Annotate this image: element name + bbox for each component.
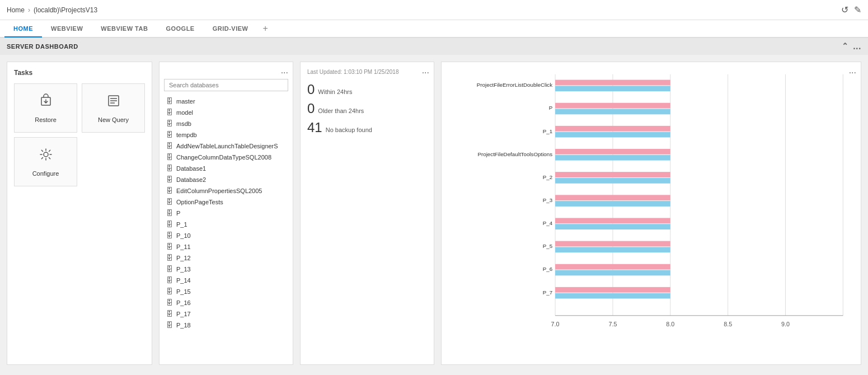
database-icon: 🗄: [166, 142, 173, 150]
db-list-item[interactable]: 🗄 P_11: [159, 241, 293, 252]
svg-rect-39: [555, 241, 670, 247]
svg-rect-22: [555, 109, 670, 115]
db-list-item[interactable]: 🗄 EditColumnPropertiesSQL2005: [159, 185, 293, 196]
tab-grid-view[interactable]: GRID-VIEW: [204, 21, 257, 38]
db-item-name: P_17: [176, 311, 191, 317]
configure-button[interactable]: Configure: [14, 137, 77, 186]
svg-rect-42: [555, 264, 670, 270]
db-list: 🗄 master🗄 model🗄 msdb🗄 tempdb🗄 AddNewTab…: [159, 96, 293, 364]
db-list-item[interactable]: 🗄 AddNewTableLaunchTableDesignerS: [159, 140, 293, 152]
chart-svg: 7.0 7.5 8.0 8.5 9.0 ProjectFileErrorList…: [448, 69, 854, 337]
svg-rect-37: [555, 224, 670, 229]
svg-text:P_6: P_6: [543, 266, 553, 272]
db-item-name: P_15: [176, 288, 191, 295]
new-query-label: New Query: [98, 116, 129, 123]
db-list-item[interactable]: 🗄 P_10: [159, 230, 293, 241]
edit-icon[interactable]: ✎: [854, 4, 861, 15]
database-icon: 🗄: [166, 120, 173, 128]
db-list-item[interactable]: 🗄 P: [159, 208, 293, 219]
database-icon: 🗄: [166, 221, 173, 228]
db-panel-menu: ...: [159, 62, 293, 79]
section-title: SERVER DASHBOARD: [7, 43, 78, 50]
db-list-item[interactable]: 🗄 msdb: [159, 118, 293, 129]
database-icon: 🗄: [166, 243, 173, 251]
last-updated: Last Updated: 1:03:10 PM 1/25/2018: [307, 69, 427, 75]
svg-text:8.5: 8.5: [724, 321, 732, 327]
breadcrumb-home[interactable]: Home: [7, 6, 25, 14]
chart-menu-button[interactable]: ...: [849, 65, 856, 76]
database-icon: 🗄: [166, 198, 173, 206]
db-list-item[interactable]: 🗄 ChangeColumnDataTypeSQL2008: [159, 152, 293, 163]
database-icon: 🗄: [166, 109, 173, 116]
svg-text:P_7: P_7: [543, 289, 552, 296]
svg-text:9.0: 9.0: [781, 321, 790, 327]
db-list-item[interactable]: 🗄 model: [159, 107, 293, 118]
section-header: SERVER DASHBOARD ⌃ ...: [0, 38, 868, 55]
db-list-item[interactable]: 🗄 P_1: [159, 219, 293, 230]
svg-text:ProjectFileErrorListDoubleClic: ProjectFileErrorListDoubleClick: [477, 82, 552, 88]
db-list-item[interactable]: 🗄 P_18: [159, 320, 293, 331]
tab-bar: HOME WEBVIEW WEBVIEW TAB GOOGLE GRID-VIE…: [0, 20, 868, 38]
svg-rect-21: [555, 103, 670, 109]
svg-rect-36: [555, 218, 670, 223]
svg-text:8.0: 8.0: [666, 321, 674, 327]
svg-rect-31: [555, 178, 670, 184]
db-list-item[interactable]: 🗄 P_14: [159, 275, 293, 286]
tab-add-button[interactable]: +: [257, 20, 273, 37]
db-list-item[interactable]: 🗄 master: [159, 96, 293, 107]
backup-panel: ... Last Updated: 1:03:10 PM 1/25/2018 0…: [300, 62, 434, 365]
svg-text:7.5: 7.5: [608, 321, 617, 327]
database-icon: 🗄: [166, 254, 173, 262]
db-item-name: P_16: [176, 299, 191, 306]
svg-text:7.0: 7.0: [551, 321, 560, 327]
database-panel: ... 🗄 master🗄 model🗄 msdb🗄 tempdb🗄 AddNe…: [159, 62, 293, 365]
database-icon: 🗄: [166, 265, 173, 273]
db-item-name: P_12: [176, 255, 191, 261]
db-item-name: P_10: [176, 232, 191, 239]
chart-panel: ... 7.0 7.5 8.0 8.5 9.0 ProjectFileError…: [441, 62, 861, 365]
tab-webview-tab[interactable]: WEBVIEW TAB: [92, 21, 157, 38]
backup-count-1: 0: [307, 101, 315, 116]
backup-stat-2: 41 No backup found: [307, 120, 427, 135]
breadcrumb: Home › (localdb)\ProjectsV13: [7, 6, 97, 14]
svg-text:ProjectFileDefaultToolsOptions: ProjectFileDefaultToolsOptions: [477, 151, 552, 157]
collapse-icon[interactable]: ⌃: [842, 41, 849, 51]
db-list-item[interactable]: 🗄 P_16: [159, 297, 293, 308]
tab-google[interactable]: GOOGLE: [157, 21, 203, 38]
backup-stat-0: 0 Within 24hrs: [307, 82, 427, 97]
restore-button[interactable]: Restore: [14, 83, 77, 133]
tab-webview[interactable]: WEBVIEW: [42, 21, 92, 38]
database-icon: 🗄: [166, 276, 173, 284]
db-list-item[interactable]: 🗄 P_12: [159, 252, 293, 264]
db-list-item[interactable]: 🗄 OptionPageTests: [159, 196, 293, 208]
new-query-button[interactable]: New Query: [82, 83, 145, 133]
tab-home[interactable]: HOME: [4, 21, 42, 38]
db-list-item[interactable]: 🗄 Database1: [159, 163, 293, 174]
db-item-name: P_14: [176, 277, 191, 284]
backup-label-1: Older than 24hrs: [318, 107, 364, 114]
svg-rect-43: [555, 270, 670, 276]
db-list-item[interactable]: 🗄 P_13: [159, 264, 293, 275]
backup-menu-button[interactable]: ...: [422, 65, 429, 76]
db-item-name: Database1: [176, 165, 206, 172]
db-panel-menu-button[interactable]: ...: [281, 65, 288, 76]
db-list-item[interactable]: 🗄 Database2: [159, 174, 293, 185]
svg-rect-25: [555, 132, 670, 138]
chart-panel-menu: ...: [849, 65, 856, 76]
database-icon: 🗄: [166, 131, 173, 139]
backup-count-2: 41: [307, 120, 322, 135]
database-icon: 🗄: [166, 187, 173, 195]
svg-rect-24: [555, 126, 670, 132]
db-item-name: EditColumnPropertiesSQL2005: [176, 187, 262, 194]
db-item-name: OptionPageTests: [176, 199, 223, 205]
breadcrumb-db: (localdb)\ProjectsV13: [34, 6, 97, 14]
refresh-icon[interactable]: ↺: [841, 4, 848, 15]
db-item-name: model: [176, 109, 193, 116]
section-menu-icon[interactable]: ...: [853, 41, 861, 51]
db-list-item[interactable]: 🗄 P_17: [159, 308, 293, 320]
backup-label-0: Within 24hrs: [318, 88, 352, 95]
db-list-item[interactable]: 🗄 tempdb: [159, 129, 293, 140]
db-search-input[interactable]: [164, 79, 288, 91]
db-list-item[interactable]: 🗄 P_15: [159, 286, 293, 297]
database-icon: 🗄: [166, 310, 173, 318]
